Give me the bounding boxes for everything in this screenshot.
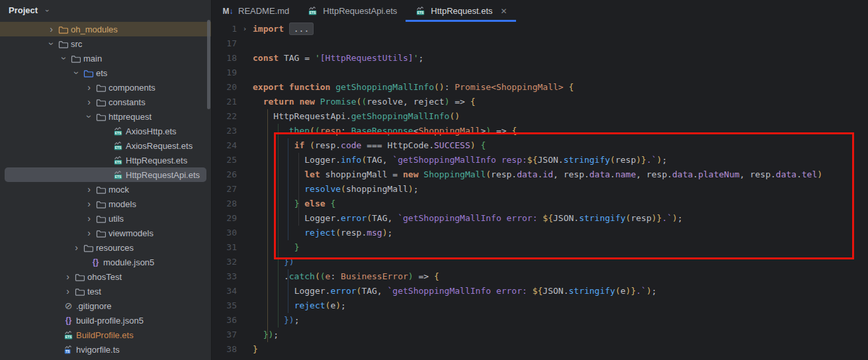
tab-httprequest-ets[interactable]: ETSHttpRequest.ets✕ (406, 0, 515, 22)
tree-item-src[interactable]: ›src (0, 36, 211, 51)
ts-file-icon: TS (62, 345, 75, 355)
fold-spacer (237, 182, 253, 197)
code-line[interactable]: 19 (212, 66, 868, 80)
tree-item-oh-modules[interactable]: ›oh_modules (0, 22, 211, 36)
chevron-collapsed-icon[interactable]: › (83, 214, 95, 223)
code-line[interactable]: 36 }); (212, 313, 868, 328)
tree-item-ohostest[interactable]: ›ohosTest (0, 269, 211, 284)
tree-item-httprequest-ets[interactable]: ETSHttpRequest.ets (0, 153, 211, 167)
code-text: import ... (253, 22, 314, 36)
chevron-collapsed-icon[interactable]: › (46, 24, 57, 34)
code-line[interactable]: 18const TAG = '[HttpRequestUtils]'; (212, 51, 868, 66)
chevron-collapsed-icon[interactable]: › (62, 287, 73, 296)
svg-text:ETS: ETS (115, 132, 122, 135)
tree-item-label: mock (108, 185, 129, 195)
fold-spacer (237, 226, 253, 240)
code-line[interactable]: 38} (212, 342, 868, 357)
project-tree: ›oh_modules›src›main›ets›components›cons… (0, 22, 211, 357)
chevron-collapsed-icon[interactable]: › (83, 185, 95, 194)
chevron-expanded-icon[interactable]: › (47, 38, 56, 50)
code-text: const TAG = '[HttpRequestUtils]'; (253, 51, 423, 66)
chevron-expanded-icon[interactable]: › (60, 53, 69, 64)
editor-panel: M↓README.mdETSHttpRequestApi.etsETSHttpR… (212, 0, 868, 360)
code-line[interactable]: 37 }); (212, 328, 868, 342)
tree-item-module-json5[interactable]: {}module.json5 (0, 255, 211, 269)
tree-item-label: oh_modules (71, 24, 118, 34)
tree-item-mock[interactable]: ›mock (0, 182, 211, 197)
tab-httprequestapi-ets[interactable]: ETSHttpRequestApi.ets (298, 0, 406, 22)
code-line[interactable]: 22 HttpRequestApi.getShoppingMallInfo() (212, 109, 868, 124)
code-line[interactable]: 35 reject(e); (212, 298, 868, 313)
code-line[interactable]: 17 (212, 36, 868, 51)
tree-item-httprequestapi-ets[interactable]: ETSHttpRequestApi.ets (5, 167, 206, 182)
tree-item-build-profile-json5[interactable]: {}build-profile.json5 (0, 313, 211, 328)
code-line[interactable]: 27 resolve(shoppingMall); (212, 182, 868, 197)
chevron-collapsed-icon[interactable]: › (83, 228, 95, 238)
code-line[interactable]: 21 return new Promise((resolve, reject) … (212, 95, 868, 109)
tree-item-hvigorfile-ts[interactable]: TShvigorfile.ts (0, 342, 211, 357)
code-line[interactable]: 32 }) (212, 255, 868, 269)
fold-spacer (237, 95, 253, 109)
code-line[interactable]: 24 if (resp.code === HttpCode.SUCCESS) { (212, 138, 868, 153)
tree-item-test[interactable]: ›test (0, 284, 211, 298)
tree-item-httprequest[interactable]: ›httprequest (0, 109, 211, 124)
fold-spacer (237, 138, 253, 153)
code-text: HttpRequestApi.getShoppingMallInfo() (253, 109, 460, 124)
line-number: 34 (212, 284, 237, 298)
code-line[interactable]: 25 Logger.info(TAG, `getShoppingMallInfo… (212, 153, 868, 167)
code-text: .then((resp: BaseResponse<ShoppingMall>)… (253, 124, 517, 138)
tree-item-label: resources (96, 243, 134, 253)
fold-marker-icon[interactable]: › (237, 22, 253, 36)
tab-readme-md[interactable]: M↓README.md (213, 0, 298, 22)
code-text: .catch((e: BusinessError) => { (253, 269, 439, 284)
code-line[interactable]: 20export function getShoppingMallInfo():… (212, 80, 868, 95)
code-line[interactable]: 26 let shoppingMall = new ShoppingMall(r… (212, 167, 868, 182)
close-icon[interactable]: ✕ (501, 7, 507, 16)
code-line[interactable]: 23 .then((resp: BaseResponse<ShoppingMal… (212, 124, 868, 138)
code-line[interactable]: 33 .catch((e: BusinessError) => { (212, 269, 868, 284)
folder-icon (95, 83, 107, 92)
chevron-collapsed-icon[interactable]: › (83, 83, 95, 92)
line-number: 23 (212, 124, 237, 138)
code-line[interactable]: 1›import ... (212, 22, 868, 36)
fold-spacer (237, 66, 253, 80)
fold-spacer (237, 36, 253, 51)
code-editor[interactable]: 1›import ...1718const TAG = '[HttpReques… (212, 22, 868, 360)
tree-item-label: ets (96, 68, 107, 78)
chevron-collapsed-icon[interactable]: › (83, 199, 95, 208)
tree-item-axioshttp-ets[interactable]: ETSAxiosHttp.ets (0, 124, 211, 138)
tree-item-axiosrequest-ets[interactable]: ETSAxiosRequest.ets (0, 138, 211, 153)
code-text: Logger.error(TAG, `getShoppingMallInfo e… (253, 211, 683, 226)
line-number: 1 (212, 22, 237, 36)
chevron-expanded-icon[interactable]: › (72, 68, 81, 79)
code-line[interactable]: 29 Logger.error(TAG, `getShoppingMallInf… (212, 211, 868, 226)
chevron-collapsed-icon[interactable]: › (83, 97, 95, 107)
tree-item-ets[interactable]: ›ets (0, 66, 211, 80)
tree-scrollbar[interactable] (207, 20, 210, 109)
tree-item-components[interactable]: ›components (0, 80, 211, 95)
chevron-collapsed-icon[interactable]: › (62, 272, 73, 281)
tree-item-resources[interactable]: ›resources (0, 240, 211, 255)
tree-item-models[interactable]: ›models (0, 197, 211, 211)
tree-item-constants[interactable]: ›constants (0, 95, 211, 109)
folder-icon (95, 200, 107, 208)
fold-spacer (237, 328, 253, 342)
chevron-expanded-icon[interactable]: › (85, 111, 94, 122)
json5-file-icon: {} (62, 316, 75, 325)
line-number: 28 (212, 197, 237, 211)
code-line[interactable]: 34 Logger.error(TAG, `getShoppingMallInf… (212, 284, 868, 298)
tree-item-viewmodels[interactable]: ›viewmodels (0, 226, 211, 240)
project-tool-window-header[interactable]: Project › (0, 0, 211, 21)
tree-item-main[interactable]: ›main (0, 51, 211, 66)
code-line[interactable]: 31 } (212, 240, 868, 255)
fold-spacer (237, 211, 253, 226)
code-line[interactable]: 30 reject(resp.msg); (212, 226, 868, 240)
fold-spacer (237, 153, 253, 167)
tree-item-label: AxiosHttp.ets (126, 126, 177, 136)
gitignore-file-icon: ⊘ (62, 300, 75, 311)
tree-item-gitignore[interactable]: ⊘.gitignore (0, 298, 211, 313)
code-line[interactable]: 28 } else { (212, 197, 868, 211)
chevron-collapsed-icon[interactable]: › (71, 243, 82, 252)
tree-item-buildprofile-ets[interactable]: ETSBuildProfile.ets (0, 328, 211, 342)
tree-item-utils[interactable]: ›utils (0, 211, 211, 226)
